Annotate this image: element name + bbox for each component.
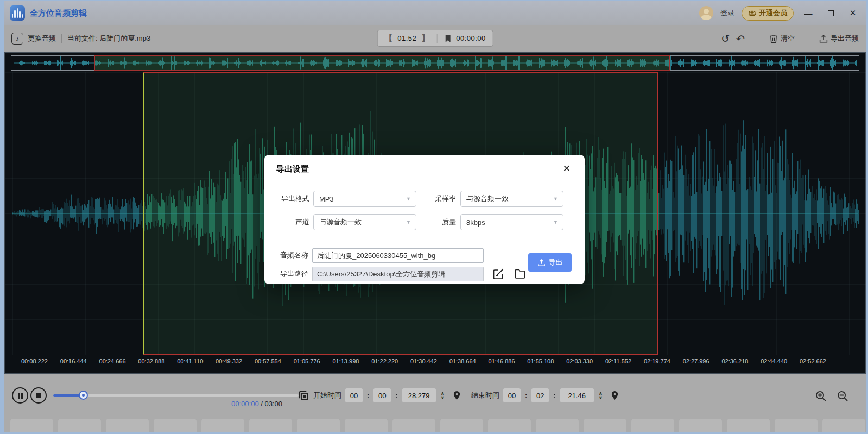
separator [807, 34, 807, 43]
chevron-down-icon: ▼ [553, 196, 558, 202]
timeline-label: 01:55.108 [527, 358, 554, 367]
feature-button-placeholder[interactable] [488, 419, 531, 432]
vip-label: 开通会员 [759, 8, 787, 18]
zoom-out-icon[interactable] [837, 390, 848, 402]
feature-button-placeholder[interactable] [775, 419, 818, 432]
slider-handle[interactable] [79, 391, 88, 400]
colon: : [367, 392, 369, 400]
feature-button-placeholder[interactable] [631, 419, 674, 432]
feature-button-placeholder[interactable] [440, 419, 483, 432]
feature-button-placeholder[interactable] [249, 419, 292, 432]
edit-path-icon[interactable] [492, 268, 504, 280]
chevron-down-icon: ▼ [406, 219, 411, 225]
open-folder-icon[interactable] [514, 268, 526, 280]
selection-duration-control[interactable]: 【 01:52 】 [377, 33, 436, 43]
timeline-label: 00:08.222 [21, 358, 48, 367]
vip-button[interactable]: 开通会员 [742, 6, 794, 21]
close-button[interactable]: ✕ [845, 8, 860, 18]
export-path-input[interactable] [312, 267, 484, 281]
separator [757, 34, 757, 43]
feature-button-placeholder[interactable] [584, 419, 626, 432]
feature-button-placeholder[interactable] [392, 419, 435, 432]
feature-button-placeholder[interactable] [297, 419, 340, 432]
feature-button-placeholder[interactable] [822, 419, 865, 432]
marker-time: 00:00:00 [456, 34, 486, 42]
feature-button-placeholder[interactable] [201, 419, 244, 432]
timeline-label: 00:16.444 [60, 358, 87, 367]
undo-icon[interactable]: ↺ [721, 34, 730, 44]
start-time-spinner[interactable]: ∧∨ [441, 392, 445, 400]
current-file-label: 当前文件: 后陡门的夏.mp3 [67, 34, 150, 43]
timeline-label: 00:49.332 [216, 358, 242, 367]
end-minutes-input[interactable]: 02 [531, 388, 549, 402]
feature-button-placeholder[interactable] [536, 419, 579, 432]
feature-button-placeholder[interactable] [345, 419, 388, 432]
end-seconds-input[interactable]: 21.46 [560, 388, 594, 402]
overview-strip[interactable] [11, 55, 859, 71]
toolbar: ♪ 更换音频 当前文件: 后陡门的夏.mp3 【 01:52 】 00:00:0… [4, 25, 866, 52]
feature-button-placeholder[interactable] [106, 419, 149, 432]
export-button[interactable]: 导出 [528, 253, 572, 272]
audio-name-input[interactable] [312, 248, 484, 263]
export-button-label: 导出 [549, 257, 563, 267]
feature-button-placeholder[interactable] [10, 419, 53, 432]
channel-dropdown[interactable]: 与源音频一致 ▼ [313, 214, 416, 230]
timeline-label: 02:27.996 [683, 358, 709, 367]
zoom-in-icon[interactable] [815, 390, 827, 402]
avatar[interactable] [699, 6, 713, 20]
quality-dropdown[interactable]: 8kbps ▼ [460, 214, 563, 230]
maximize-button[interactable] [823, 9, 838, 18]
pause-button[interactable] [12, 387, 28, 404]
timeline-label: 01:46.886 [489, 358, 515, 367]
feature-button-placeholder[interactable] [679, 419, 722, 432]
current-time: 00:00:00 [231, 400, 259, 408]
overview-selection[interactable] [94, 55, 670, 71]
timeline-label: 01:13.998 [332, 358, 359, 367]
end-time-spinner[interactable]: ∧∨ [599, 392, 603, 400]
start-seconds-input[interactable]: 28.279 [402, 388, 436, 402]
separator [730, 389, 730, 402]
timeline-label: 00:57.554 [255, 358, 281, 367]
minimize-button[interactable]: — [801, 9, 816, 18]
end-hours-input[interactable]: 00 [503, 388, 521, 402]
format-value: MP3 [319, 195, 334, 203]
chevron-down-icon: ▼ [553, 219, 558, 225]
change-audio-button[interactable]: 更换音频 [28, 34, 56, 43]
export-path-label: 导出路径 [264, 266, 308, 281]
start-marker-pin-icon[interactable] [453, 391, 461, 400]
dialog-close-icon[interactable]: ✕ [563, 163, 571, 174]
channel-label: 声道 [264, 214, 309, 230]
colon: : [553, 392, 555, 400]
start-hours-input[interactable]: 00 [345, 388, 363, 402]
bracket-right-icon: 】 [421, 33, 429, 43]
timeline-label: 01:30.442 [410, 358, 437, 367]
export-settings-dialog: 导出设置 ✕ 导出格式 MP3 ▼ 采样率 与源音频一致 ▼ 声道 与源音频一致… [264, 155, 585, 284]
start-minutes-input[interactable]: 00 [373, 388, 391, 402]
separator [61, 34, 62, 43]
stop-button[interactable] [30, 387, 47, 404]
timeline-ruler: 00:08.22200:16.44400:24.66600:32.88800:4… [21, 358, 826, 367]
bracket-left-icon: 【 [384, 33, 392, 43]
bookmark-icon [444, 34, 451, 43]
format-dropdown[interactable]: MP3 ▼ [313, 191, 416, 207]
samplerate-dropdown[interactable]: 与源音频一致 ▼ [460, 191, 563, 207]
feature-button-placeholder[interactable] [58, 419, 101, 432]
redo-icon[interactable]: ↶ [736, 34, 745, 44]
feature-button-placeholder[interactable] [154, 419, 197, 432]
feature-button-placeholder[interactable] [727, 419, 770, 432]
feature-buttons-row [4, 419, 866, 432]
login-button[interactable]: 登录 [720, 8, 734, 18]
chevron-down-icon: ▼ [406, 196, 411, 202]
music-note-icon: ♪ [11, 33, 23, 45]
trim-icon [298, 390, 309, 401]
end-marker-pin-icon[interactable] [611, 391, 619, 400]
app-window: 全方位音频剪辑 登录 开通会员 — ✕ ♪ 更换音频 当前文件: 后陡门的夏.m… [4, 1, 866, 432]
playback-slider[interactable] [53, 394, 299, 397]
timeline-label: 02:44.440 [761, 358, 787, 367]
marker-time-control[interactable]: 00:00:00 [437, 34, 493, 43]
start-time-label: 开始时间 [313, 391, 341, 400]
timeline-label: 00:24.666 [99, 358, 126, 367]
export-audio-button[interactable]: 导出音频 [819, 34, 859, 43]
timeline-label: 02:52.662 [800, 358, 826, 367]
clear-button[interactable]: 清空 [769, 34, 795, 43]
